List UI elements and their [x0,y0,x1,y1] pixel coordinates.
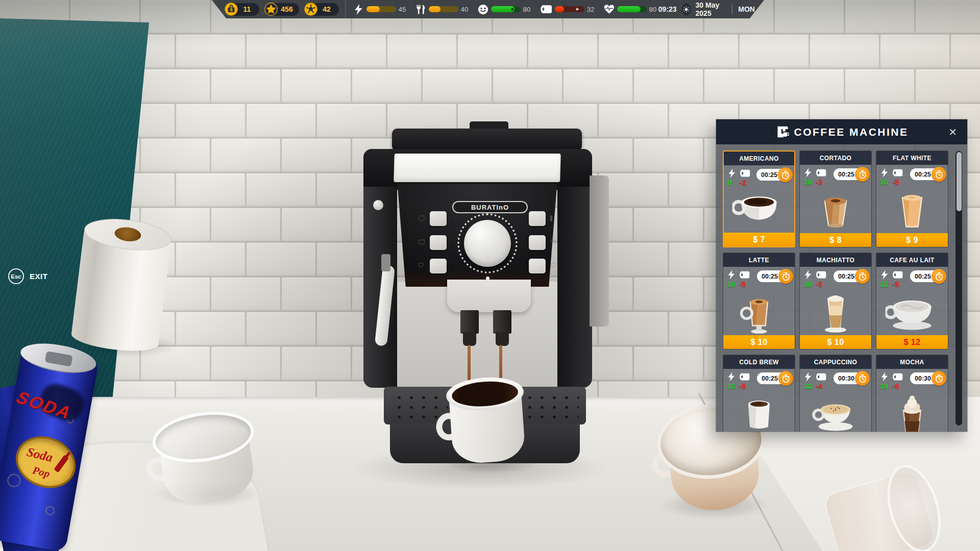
tokens-badge: 42 [305,3,339,16]
toilet-loss: -5 [816,280,822,288]
timer-icon [778,269,793,284]
machine-lid [392,129,582,151]
timer-icon [855,167,870,182]
brew-time: 00:25 [762,375,778,382]
date-value: 30 May 2025 [696,1,726,17]
machine-button [430,211,447,226]
drink-card-body: 10 -5 00:25 [723,267,795,335]
toilet-loss: -3 [816,178,822,186]
energy-gain: 10 [880,178,889,186]
hud-divider [345,0,346,18]
energy-gain: 14 [880,382,889,390]
timer-icon [932,167,946,182]
coffee-item-cortado[interactable]: CORTADO 10 -3 00:25 $ 8 [799,151,872,247]
panel-title: COFFEE MACHINE [794,126,909,138]
toilet-loss: -5 [892,178,899,186]
coffee-item-americano[interactable]: AMERICANO 8 -2 00:25 $ 7 [723,151,795,247]
brew-time-badge: 00:25 [757,270,789,282]
weather-sun-icon [681,3,691,16]
soda-cans: SODA Soda Pop [0,353,119,551]
machine-right-side [557,187,592,388]
trend-up-arrow [576,8,579,11]
energy-icon [881,372,888,382]
panel-scrollbar[interactable] [955,151,962,425]
star-icon [264,3,278,16]
machine-water-tank [590,176,609,327]
toilet-paper-icon [739,372,750,382]
toilet-loss: -2 [740,178,746,187]
brew-time-badge: 00:25 [910,270,942,282]
energy-value: 45 [399,6,408,13]
brew-time-badge: 00:25 [756,169,789,181]
brew-time-badge: 00:30 [834,372,866,384]
clock-divider [732,4,732,14]
glass-cup-left [149,406,263,511]
drink-image-cortado [808,188,863,233]
trend-down-arrow [510,8,513,11]
cup-icon [419,240,425,244]
machine-button [529,235,546,250]
toilet-paper-icon [892,168,903,178]
stat-toilet: 32 [540,4,596,15]
drink-card-body: 12 -5 00:25 [876,267,948,335]
drink-card-body: 10 -5 00:25 [876,165,948,233]
toilet-loss: -6 [892,382,899,390]
coffee-item-cafe-au-lait[interactable]: CAFE AU LAIT 12 -5 00:25 $ 12 [876,253,948,349]
drink-image-cappuccino [808,392,863,432]
toilet-value: 32 [587,6,596,13]
timer-icon [932,371,946,386]
money-icon [225,3,238,16]
soda-badge-line2: Pop [31,464,51,480]
energy-gain: 10 [803,178,812,186]
coffee-item-latte[interactable]: LATTE 10 -5 00:25 $ 10 [723,253,795,349]
stat-hunger: 40 [415,4,470,15]
stars-value: 456 [280,5,294,13]
machine-brand-label: BURATInO [452,201,528,213]
drink-image-flat-white [885,188,940,233]
coffee-machine-panel: COFFEE MACHINE ✕ AMERICANO 8 -2 00:25 $ … [716,119,967,432]
drink-name: LATTE [723,253,795,267]
energy-gain: 12 [880,280,889,288]
drink-card-body: 12 -5 00:25 [723,369,795,432]
energy-icon [728,168,736,178]
machine-button [430,259,447,273]
stat-energy: 45 [353,4,408,15]
timer-icon [932,269,946,284]
money-value: 11 [240,5,254,13]
time-value: 09:23 [658,5,677,13]
coffee-item-cappuccino[interactable]: CAPPUCCINO 12 -4 00:30 [799,355,872,432]
coffee-item-mocha[interactable]: MOCHA 14 -6 00:30 [876,355,948,432]
lightning-icon [353,4,364,15]
price-tag: $ 12 [876,335,948,349]
machine-display [394,154,560,182]
toilet-paper-icon [815,372,827,382]
drink-name: COLD BREW [723,355,795,369]
spout-left [460,310,479,334]
coffee-item-machiatto[interactable]: MACHIATTO 10 -5 00:25 $ 10 [799,253,872,349]
money-badge: 11 [225,3,259,16]
brew-time-badge: 00:25 [834,270,866,282]
exit-button[interactable]: Esc EXIT [8,268,47,284]
energy-gain: 12 [727,382,736,390]
drink-name: MOCHA [876,355,948,369]
coffee-item-flat-white[interactable]: FLAT WHITE 10 -5 00:25 $ 9 [876,151,948,247]
energy-icon [881,270,888,280]
price-tag: $ 10 [800,335,871,349]
heart-pulse-icon [604,4,615,15]
toilet-paper-icon [892,270,903,280]
drink-name: AMERICANO [724,152,794,165]
brew-time: 00:25 [915,273,931,280]
panel-header: COFFEE MACHINE ✕ [716,119,967,144]
scrollbar-thumb[interactable] [957,152,962,211]
drink-card-body: 14 -6 00:30 [876,369,948,432]
toilet-paper-icon [739,169,751,178]
power-icon [419,215,425,221]
toilet-loss: -5 [892,280,899,288]
brew-time: 00:25 [838,171,854,178]
coffee-item-cold-brew[interactable]: COLD BREW 12 -5 00:25 [723,355,795,432]
drink-name: FLAT WHITE [876,151,948,165]
close-icon[interactable]: ✕ [945,119,960,144]
brew-time-badge: 00:25 [757,372,789,384]
energy-icon [804,372,812,382]
esc-key-icon: Esc [8,268,24,284]
